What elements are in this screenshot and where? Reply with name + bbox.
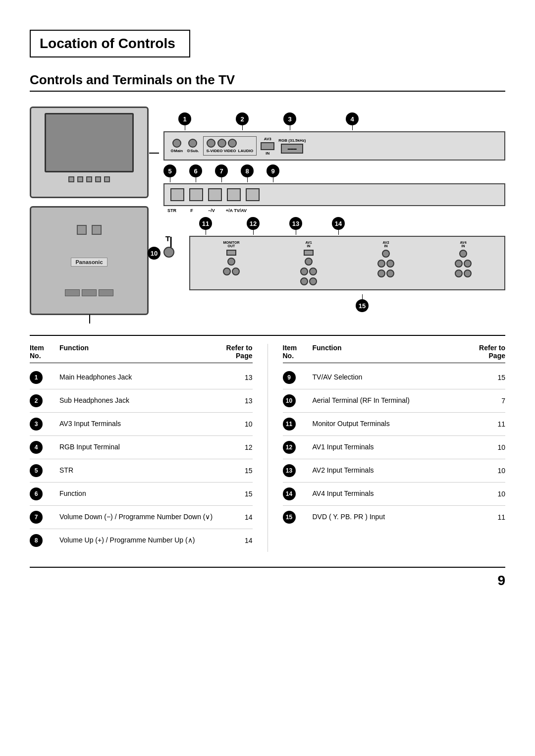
tick-9 bbox=[273, 177, 273, 182]
av2-video bbox=[382, 250, 390, 258]
tick-6 bbox=[196, 177, 196, 182]
rear-panel-section: 11 12 13 14 bbox=[189, 236, 505, 312]
th-refer-left: Refer toPage bbox=[213, 344, 253, 360]
av2-audio bbox=[377, 260, 394, 268]
tv-back-btn-1 bbox=[65, 289, 80, 296]
av4-label: AV4IN bbox=[460, 241, 466, 248]
right-table: ItemNo. Function Refer toPage 9 TV/AV Se… bbox=[283, 344, 506, 552]
vol-down-btn bbox=[208, 188, 222, 201]
item-page-6: 15 bbox=[213, 490, 253, 498]
item-no-4: 4 bbox=[30, 441, 59, 454]
badge-7: 7 bbox=[215, 164, 228, 177]
tv-back-bottom bbox=[65, 289, 113, 296]
table-row: 12 AV1 Input Terminals 10 bbox=[283, 436, 506, 459]
tick-13 bbox=[296, 230, 296, 235]
f-label: F bbox=[184, 208, 199, 213]
item-page-13: 10 bbox=[466, 467, 505, 475]
main-label: ⊙Main bbox=[170, 149, 183, 153]
num-row-1234: 1 2 3 4 bbox=[178, 112, 359, 130]
item-page-10: 7 bbox=[466, 397, 505, 405]
av4-dvd bbox=[455, 270, 472, 277]
av1-dvd-l bbox=[300, 277, 308, 285]
left-table: ItemNo. Function Refer toPage 1 Main Hea… bbox=[30, 344, 253, 552]
av2-col: AV2IN bbox=[349, 241, 423, 285]
num-12-pos: 12 bbox=[247, 217, 260, 235]
row-badge-4: 4 bbox=[30, 441, 43, 454]
row-badge-2: 2 bbox=[30, 394, 43, 407]
badge-14: 14 bbox=[332, 217, 345, 230]
row-badge-6: 6 bbox=[30, 487, 43, 500]
monitor-video bbox=[227, 258, 235, 266]
item-no-9: 9 bbox=[283, 371, 313, 384]
item-page-7: 14 bbox=[213, 513, 253, 521]
badge-5: 5 bbox=[163, 164, 176, 177]
av1-audio-l bbox=[300, 268, 308, 275]
item-func-8: Volume Up (+) / Programme Number Up (∧) bbox=[59, 536, 213, 545]
table-row: 3 AV3 Input Terminals 10 bbox=[30, 413, 253, 436]
item-no-11: 11 bbox=[283, 418, 313, 431]
av1-label: AV1IN bbox=[305, 241, 312, 248]
page-number: 9 bbox=[30, 567, 505, 589]
table-divider bbox=[268, 344, 268, 552]
table-row: 9 TV/AV Selection 15 bbox=[283, 366, 506, 389]
av3-in-label: AV3 bbox=[264, 137, 271, 141]
av4-dvd-r bbox=[464, 270, 472, 277]
tick-4 bbox=[352, 125, 353, 130]
av4-dvd-l bbox=[455, 270, 463, 277]
item-func-11: Monitor Output Terminals bbox=[313, 419, 466, 429]
rgb-label: RGB (31.5kHz) bbox=[278, 138, 306, 143]
back-sq-2 bbox=[92, 225, 102, 235]
av3-top bbox=[207, 139, 254, 148]
th-function-right: Function bbox=[313, 344, 466, 360]
badge-2: 2 bbox=[236, 112, 249, 125]
item-no-10: 10 bbox=[283, 394, 313, 407]
av1-dvd bbox=[300, 277, 317, 285]
aerial-jack-group: 10 bbox=[163, 247, 174, 258]
rgb-group: RGB (31.5kHz) ▬▬▬ bbox=[278, 138, 306, 154]
rgb-port-inner: ▬▬▬ bbox=[288, 147, 297, 150]
controls-labels: STR F −/V +/A TV/AV bbox=[163, 208, 505, 213]
av1-audio-r bbox=[309, 268, 317, 275]
item-page-4: 12 bbox=[213, 443, 253, 451]
terminals-col: 1 2 3 4 bbox=[163, 107, 505, 315]
item-page-12: 10 bbox=[466, 443, 505, 451]
th-item-no-right: ItemNo. bbox=[283, 344, 313, 360]
main-jack-group: ⊙Main bbox=[170, 139, 183, 153]
th-refer-right: Refer toPage bbox=[466, 344, 505, 360]
table-section: ItemNo. Function Refer toPage 1 Main Hea… bbox=[30, 335, 505, 552]
row-badge-13: 13 bbox=[283, 464, 296, 477]
table-row: 10 Aerial Terminal (RF In Terminal) 7 bbox=[283, 389, 506, 413]
tick-15 bbox=[362, 294, 363, 299]
av3-group: S-VIDEO VIDEO LAUDIO bbox=[203, 136, 257, 156]
badge-3: 3 bbox=[283, 112, 296, 125]
audio-label: LAUDIO bbox=[238, 149, 254, 153]
aerial-symbol: ᵀ| bbox=[165, 236, 172, 247]
tv-front-btn-1 bbox=[68, 176, 74, 182]
th-function-left: Function bbox=[59, 344, 213, 360]
av4-audio-l bbox=[455, 260, 463, 268]
num-row-56789: 5 6 7 8 9 bbox=[163, 164, 279, 182]
av3-labels: S-VIDEO VIDEO LAUDIO bbox=[207, 149, 254, 153]
badge-10: 10 bbox=[148, 247, 160, 260]
av2-audio-r bbox=[386, 260, 394, 268]
item-page-8: 14 bbox=[213, 537, 253, 544]
av4-video bbox=[459, 250, 467, 258]
av4-audio bbox=[455, 260, 472, 268]
table-row: 11 Monitor Output Terminals 11 bbox=[283, 413, 506, 436]
av4-audio-r bbox=[464, 260, 472, 268]
num-3-pos: 3 bbox=[283, 112, 296, 130]
monitor-out-label: MONITOROUT bbox=[223, 241, 240, 248]
lower-section: ᵀ| 10 11 12 bbox=[163, 236, 505, 312]
badge-13: 13 bbox=[289, 217, 302, 230]
item-no-14: 14 bbox=[283, 487, 313, 500]
right-table-header: ItemNo. Function Refer toPage bbox=[283, 344, 506, 363]
tick-11 bbox=[206, 230, 206, 235]
av1-svideo bbox=[304, 250, 314, 256]
av2-dvd-l bbox=[377, 270, 385, 277]
section-heading: Controls and Terminals on the TV bbox=[30, 72, 505, 92]
tick-5 bbox=[170, 177, 170, 182]
item-func-6: Function bbox=[59, 489, 213, 499]
table-row: 14 AV4 Input Terminals 10 bbox=[283, 483, 506, 506]
monitor-audio-r bbox=[232, 268, 240, 275]
monitor-audio-l bbox=[223, 268, 231, 275]
